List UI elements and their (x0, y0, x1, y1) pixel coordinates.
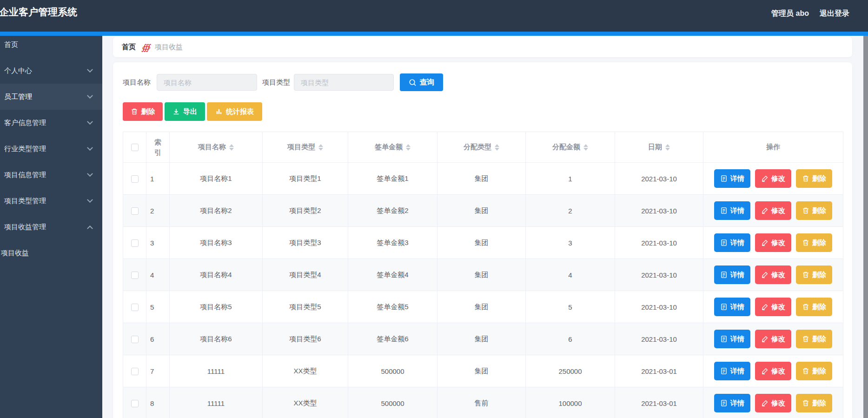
row-action-edit-button[interactable]: 修改 (755, 201, 791, 220)
cell-alloc_type: 集团 (437, 323, 526, 355)
column-header-6[interactable]: 分配金额 (526, 132, 615, 163)
cell-index: 1 (146, 163, 170, 195)
row-checkbox[interactable] (131, 207, 139, 215)
cell-alloc_amount: 250000 (526, 355, 615, 387)
query-button-label: 查询 (420, 78, 435, 87)
sort-carets-icon[interactable] (406, 144, 411, 151)
table-row-8: 811111XX类型500000售前1000002021-03-01详情修改删除 (123, 387, 843, 418)
query-button[interactable]: 查询 (400, 73, 443, 91)
row-action-label: 修改 (771, 303, 785, 312)
row-action-label: 详情 (730, 206, 744, 215)
row-checkbox[interactable] (131, 400, 139, 407)
row-action-detail-button[interactable]: 详情 (714, 265, 750, 284)
row-action-edit-button[interactable]: 修改 (755, 233, 791, 252)
export-button[interactable]: 导出 (165, 102, 205, 121)
row-action-detail-button[interactable]: 详情 (714, 233, 750, 252)
row-checkbox[interactable] (131, 304, 139, 311)
row-action-label: 修改 (771, 399, 785, 408)
sidebar-item-4[interactable]: 行业类型管理 (0, 136, 102, 162)
column-header-7[interactable]: 日期 (615, 132, 703, 163)
row-action-remove-button[interactable]: 删除 (796, 233, 832, 252)
column-header-4[interactable]: 签单金额 (348, 132, 437, 163)
bar-chart-icon (215, 108, 223, 115)
chevron-down-icon (87, 119, 93, 125)
row-action-remove-button[interactable]: 删除 (796, 298, 832, 316)
row-action-detail-button[interactable]: 详情 (714, 362, 750, 380)
row-action-remove-button[interactable]: 删除 (796, 169, 832, 188)
red-integral-icon: ∰ (141, 42, 150, 52)
report-button[interactable]: 统计报表 (207, 102, 262, 121)
table-row-5: 5项目名称5项目类型5签单金额5集团52021-03-10详情修改删除 (123, 291, 843, 323)
row-action-remove-button[interactable]: 删除 (796, 394, 832, 412)
row-action-edit-button[interactable]: 修改 (755, 330, 791, 348)
row-action-detail-button[interactable]: 详情 (714, 169, 750, 188)
sort-carets-icon[interactable] (495, 144, 499, 151)
row-action-detail-button[interactable]: 详情 (714, 298, 750, 316)
row-checkbox[interactable] (131, 272, 139, 279)
admin-user-link[interactable]: 管理员 abo (771, 9, 809, 19)
row-action-edit-button[interactable]: 修改 (755, 169, 791, 188)
breadcrumb: 首页 ∰ 项目收益 (113, 37, 852, 57)
cell-amount: 签单金额3 (348, 227, 437, 259)
row-action-edit-button[interactable]: 修改 (755, 265, 791, 284)
row-action-detail-button[interactable]: 详情 (714, 330, 750, 348)
row-action-detail-button[interactable]: 详情 (714, 201, 750, 220)
logout-link[interactable]: 退出登录 (820, 9, 849, 19)
cell-amount: 500000 (348, 355, 437, 387)
sidebar-item-3[interactable]: 客户信息管理 (0, 110, 102, 136)
row-action-detail-button[interactable]: 详情 (714, 394, 750, 412)
cell-name: 项目名称5 (170, 291, 263, 323)
cell-date: 2021-03-01 (615, 387, 703, 418)
row-action-label: 详情 (730, 239, 744, 247)
scrollbar[interactable] (863, 36, 868, 418)
cell-alloc_amount: 2 (526, 195, 615, 227)
cell-amount: 签单金额6 (348, 323, 437, 355)
chevron-down-icon (87, 145, 93, 151)
breadcrumb-home[interactable]: 首页 (122, 43, 136, 52)
row-action-label: 详情 (730, 271, 744, 279)
project-type-input[interactable] (294, 74, 394, 91)
sidebar-item-label: 项目收益管理 (4, 223, 46, 232)
sidebar: 首页个人中心员工管理客户信息管理行业类型管理项目信息管理项目类型管理项目收益管理… (0, 32, 102, 418)
row-action-remove-button[interactable]: 删除 (796, 362, 832, 380)
cell-index: 4 (146, 259, 170, 291)
row-checkbox[interactable] (131, 336, 139, 343)
column-header-1: 索引 (146, 132, 170, 163)
project-type-label: 项目类型 (262, 78, 290, 87)
column-header-label: 分配类型 (464, 143, 491, 152)
sidebar-item-1[interactable]: 个人中心 (0, 58, 102, 84)
cell-alloc_type: 集团 (437, 355, 526, 387)
delete-button[interactable]: 删除 (123, 102, 163, 121)
sort-carets-icon[interactable] (229, 144, 234, 151)
row-action-remove-button[interactable]: 删除 (796, 330, 832, 348)
sort-carets-icon[interactable] (583, 144, 588, 151)
cell-alloc_amount: 1 (526, 163, 615, 195)
select-all-checkbox[interactable] (131, 144, 139, 151)
row-checkbox[interactable] (131, 239, 139, 247)
row-checkbox[interactable] (131, 368, 139, 375)
row-checkbox[interactable] (131, 175, 139, 183)
sidebar-subitem-0[interactable]: 项目收益 (0, 240, 102, 266)
chevron-down-icon (87, 93, 93, 99)
cell-index: 5 (146, 291, 170, 323)
cell-date: 2021-03-10 (615, 291, 703, 323)
column-header-2[interactable]: 项目名称 (170, 132, 263, 163)
row-action-edit-button[interactable]: 修改 (755, 362, 791, 380)
row-action-edit-button[interactable]: 修改 (755, 298, 791, 316)
row-action-label: 删除 (812, 335, 826, 344)
cell-alloc_type: 集团 (437, 227, 526, 259)
row-action-remove-button[interactable]: 删除 (796, 265, 832, 284)
row-action-label: 修改 (771, 367, 785, 376)
row-action-edit-button[interactable]: 修改 (755, 394, 791, 412)
column-header-3[interactable]: 项目类型 (263, 132, 348, 163)
sidebar-item-5[interactable]: 项目信息管理 (0, 162, 102, 188)
sidebar-item-7[interactable]: 项目收益管理 (0, 214, 102, 240)
sort-carets-icon[interactable] (318, 144, 323, 151)
column-header-label: 分配金额 (552, 143, 580, 152)
column-header-5[interactable]: 分配类型 (437, 132, 526, 163)
sidebar-item-6[interactable]: 项目类型管理 (0, 188, 102, 214)
sidebar-item-2[interactable]: 员工管理 (0, 84, 102, 110)
row-action-remove-button[interactable]: 删除 (796, 201, 832, 220)
project-name-input[interactable] (157, 74, 257, 91)
sort-carets-icon[interactable] (665, 144, 670, 151)
